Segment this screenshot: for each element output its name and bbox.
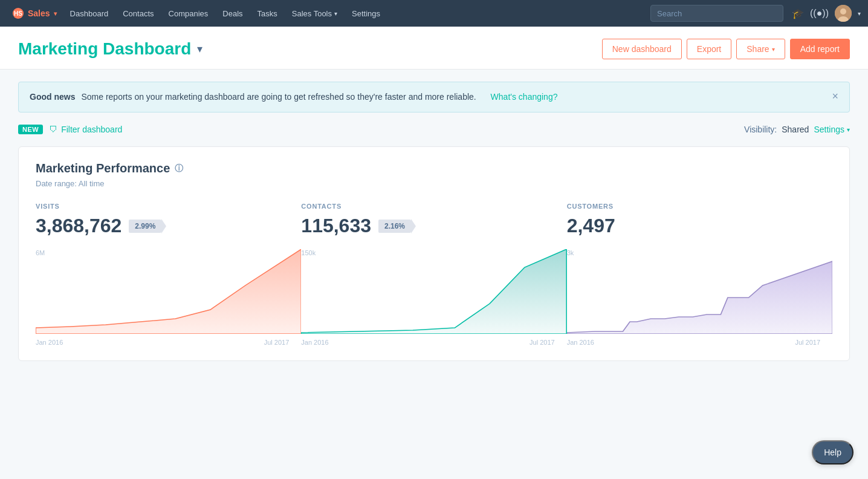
visits-x-start: Jan 2016 xyxy=(36,339,63,346)
contacts-label: CONTACTS xyxy=(301,203,566,210)
marketing-performance-card: Marketing Performance ⓘ Date range: All … xyxy=(18,146,850,361)
user-menu-chevron[interactable]: ▾ xyxy=(858,10,861,17)
visibility-label: Visibility: xyxy=(744,125,777,134)
share-chevron: ▾ xyxy=(772,46,775,53)
nav-dashboard[interactable]: Dashboard xyxy=(64,0,115,27)
new-badge: NEW xyxy=(18,125,43,134)
nav-right-icons: 🎓 ((●)) ▾ xyxy=(792,5,861,22)
page-title-chevron[interactable]: ▾ xyxy=(197,42,202,56)
contacts-value-row: 115,633 2.16% xyxy=(301,215,566,237)
search-input[interactable] xyxy=(650,5,783,22)
customers-chart: 3k Jan 2016 Jul 2017 xyxy=(567,249,832,346)
page-title-area: Marketing Dashboard ▾ xyxy=(18,39,202,59)
settings-button[interactable]: Settings ▾ xyxy=(814,125,850,134)
page-title: Marketing Dashboard xyxy=(18,39,191,59)
contacts-metric: CONTACTS 115,633 2.16% 150k xyxy=(301,203,566,346)
visits-x-end: Jul 2017 xyxy=(264,339,290,346)
contacts-x-start: Jan 2016 xyxy=(301,339,328,346)
nav-sales-tools[interactable]: Sales Tools ▾ xyxy=(286,0,343,27)
visits-value-row: 3,868,762 2.99% xyxy=(36,215,301,237)
customers-label: CUSTOMERS xyxy=(567,203,832,210)
filter-right: Visibility: Shared Settings ▾ xyxy=(744,125,850,134)
visits-badge: 2.99% xyxy=(129,220,161,233)
card-title-area: Marketing Performance ⓘ xyxy=(36,161,832,175)
nav-settings[interactable]: Settings xyxy=(346,0,386,27)
brand-chevron[interactable]: ▾ xyxy=(54,10,57,17)
nav-contacts[interactable]: Contacts xyxy=(117,0,160,27)
alert-close-button[interactable]: × xyxy=(832,91,838,102)
contacts-chart: 150k Jan 2016 Jul 2017 xyxy=(301,249,566,346)
visibility-value: Shared xyxy=(782,125,809,134)
nav-tasks[interactable]: Tasks xyxy=(251,0,283,27)
user-avatar[interactable] xyxy=(835,5,852,22)
svg-point-3 xyxy=(840,8,846,15)
date-range: Date range: All time xyxy=(36,179,832,188)
filter-left: NEW ⛉ Filter dashboard xyxy=(18,125,122,134)
visits-value: 3,868,762 xyxy=(36,215,121,237)
brand-label: Sales xyxy=(28,8,50,18)
customers-value: 2,497 xyxy=(567,215,615,237)
svg-marker-7 xyxy=(567,261,832,334)
customers-value-row: 2,497 xyxy=(567,215,832,237)
sales-tools-chevron: ▾ xyxy=(334,10,337,17)
info-alert: Good news Some reports on your marketing… xyxy=(18,82,850,112)
visits-chart: 6M Jan 2016 Jul 2017 xyxy=(36,249,301,346)
svg-text:HS: HS xyxy=(14,10,22,17)
svg-marker-5 xyxy=(36,249,301,334)
info-icon[interactable]: ⓘ xyxy=(175,163,183,174)
metrics-grid: VISITS 3,868,762 2.99% 6M xyxy=(36,203,832,346)
filter-bar: NEW ⛉ Filter dashboard Visibility: Share… xyxy=(18,125,850,134)
visits-label: VISITS xyxy=(36,203,301,210)
alert-label: Good news xyxy=(30,91,75,103)
contacts-value: 115,633 xyxy=(301,215,371,237)
add-report-button[interactable]: Add report xyxy=(790,39,850,59)
export-button[interactable]: Export xyxy=(687,39,731,59)
customers-x-end: Jul 2017 xyxy=(795,339,820,346)
notifications-icon[interactable]: ((●)) xyxy=(810,8,829,19)
contacts-badge: 2.16% xyxy=(378,220,411,233)
brand-logo[interactable]: HS Sales ▾ xyxy=(7,7,62,19)
page-header: Marketing Dashboard ▾ New dashboard Expo… xyxy=(0,27,868,70)
alert-link[interactable]: What's changing? xyxy=(491,91,558,103)
academy-icon[interactable]: 🎓 xyxy=(792,8,804,19)
new-dashboard-button[interactable]: New dashboard xyxy=(602,39,682,59)
main-nav: HS Sales ▾ Dashboard Contacts Companies … xyxy=(0,0,868,27)
visits-metric: VISITS 3,868,762 2.99% 6M xyxy=(36,203,301,346)
nav-deals[interactable]: Deals xyxy=(216,0,248,27)
main-content: Good news Some reports on your marketing… xyxy=(0,70,868,373)
header-actions: New dashboard Export Share ▾ Add report xyxy=(602,39,850,59)
customers-metric: CUSTOMERS 2,497 3k xyxy=(567,203,832,346)
alert-message: Some reports on your marketing dashboard… xyxy=(81,91,476,103)
filter-dashboard-button[interactable]: ⛉ Filter dashboard xyxy=(49,125,122,134)
settings-chevron: ▾ xyxy=(847,126,850,133)
svg-marker-6 xyxy=(301,249,566,334)
alert-body: Good news Some reports on your marketing… xyxy=(30,91,557,103)
card-title-text: Marketing Performance xyxy=(36,161,170,175)
customers-x-start: Jan 2016 xyxy=(567,339,594,346)
filter-icon: ⛉ xyxy=(49,125,57,134)
contacts-x-end: Jul 2017 xyxy=(530,339,555,346)
nav-companies[interactable]: Companies xyxy=(163,0,215,27)
share-button[interactable]: Share ▾ xyxy=(736,39,785,59)
